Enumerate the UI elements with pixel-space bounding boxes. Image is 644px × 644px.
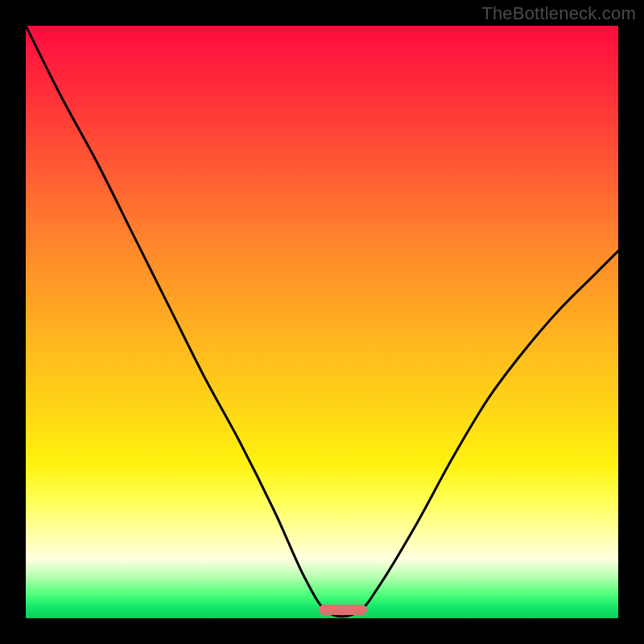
chart-frame: TheBottleneck.com bbox=[0, 0, 644, 644]
watermark-text: TheBottleneck.com bbox=[481, 3, 636, 24]
gradient-plot-area bbox=[26, 26, 618, 618]
optimum-marker-pill bbox=[319, 605, 367, 615]
bottleneck-curve bbox=[26, 26, 618, 618]
